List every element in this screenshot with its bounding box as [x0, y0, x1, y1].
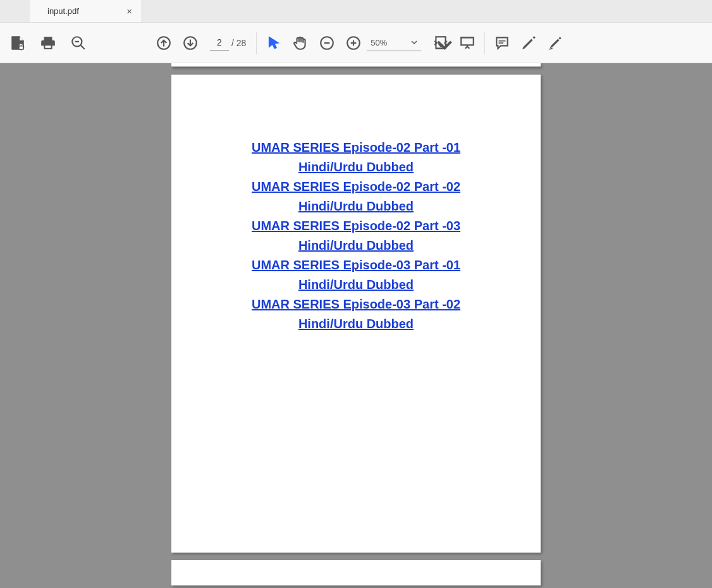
- zoom-out-find-button[interactable]: [63, 28, 94, 58]
- document-link[interactable]: UMAR SERIES Episode-03 Part -01 Hindi/Ur…: [209, 255, 503, 295]
- presentation-icon: [459, 35, 476, 51]
- comment-button[interactable]: [489, 28, 515, 58]
- presentation-mode-button[interactable]: [454, 28, 481, 58]
- hand-icon: [292, 35, 309, 51]
- zoom-select[interactable]: 50%: [367, 35, 421, 51]
- svg-line-9: [80, 45, 85, 49]
- print-button[interactable]: [33, 28, 63, 58]
- select-tool-button[interactable]: [261, 28, 287, 58]
- arrow-down-circle-icon: [182, 35, 199, 51]
- document-viewer[interactable]: UMAR SERIES Episode-02 Part -01 Hindi/Ur…: [0, 63, 712, 588]
- tab-title: input.pdf: [47, 6, 79, 16]
- tab-bar: input.pdf ×: [0, 0, 712, 23]
- page-number-input[interactable]: [210, 35, 229, 51]
- pdf-page-next: [171, 560, 541, 585]
- zoom-in-button[interactable]: [340, 28, 367, 58]
- pdf-page-prev: [171, 63, 541, 67]
- highlighter-icon: [547, 35, 563, 51]
- comment-icon: [494, 35, 510, 51]
- close-icon[interactable]: ×: [124, 6, 135, 16]
- document-link[interactable]: UMAR SERIES Episode-02 Part -02 Hindi/Ur…: [209, 177, 503, 216]
- save-button[interactable]: [3, 28, 33, 58]
- zoom-out-button[interactable]: [314, 28, 340, 58]
- plus-circle-icon: [345, 35, 362, 51]
- draw-button[interactable]: [515, 28, 542, 58]
- document-link[interactable]: UMAR SERIES Episode-03 Part -02 Hindi/Ur…: [209, 295, 503, 334]
- magnifier-minus-icon: [70, 35, 87, 51]
- svg-rect-19: [462, 37, 474, 45]
- print-icon: [40, 35, 56, 51]
- hand-tool-button[interactable]: [287, 28, 314, 58]
- tab-spacer: [0, 0, 30, 22]
- pencil-icon: [520, 35, 537, 51]
- page-total: / 28: [231, 38, 246, 48]
- fit-width-button[interactable]: [427, 28, 454, 58]
- document-link[interactable]: UMAR SERIES Episode-02 Part -03 Hindi/Ur…: [209, 216, 503, 255]
- toolbar-separator: [484, 32, 485, 54]
- chevron-down-icon: [411, 38, 417, 47]
- document-link[interactable]: UMAR SERIES Episode-02 Part -01 Hindi/Ur…: [209, 138, 503, 177]
- save-icon: [9, 35, 26, 51]
- next-page-button[interactable]: [177, 28, 204, 58]
- chevron-down-icon: [436, 37, 453, 53]
- caret-dot: [355, 268, 357, 270]
- pdf-page-current: UMAR SERIES Episode-02 Part -01 Hindi/Ur…: [171, 75, 541, 553]
- minus-circle-icon: [319, 35, 335, 51]
- highlight-button[interactable]: [542, 28, 568, 58]
- toolbar-separator: [256, 32, 257, 54]
- toolbar: / 28 50%: [0, 23, 712, 63]
- svg-rect-5: [20, 46, 23, 49]
- zoom-value: 50%: [371, 38, 387, 47]
- prev-page-button[interactable]: [150, 28, 177, 58]
- cursor-icon: [266, 35, 282, 51]
- document-tab[interactable]: input.pdf ×: [30, 0, 141, 22]
- arrow-up-circle-icon: [156, 35, 172, 51]
